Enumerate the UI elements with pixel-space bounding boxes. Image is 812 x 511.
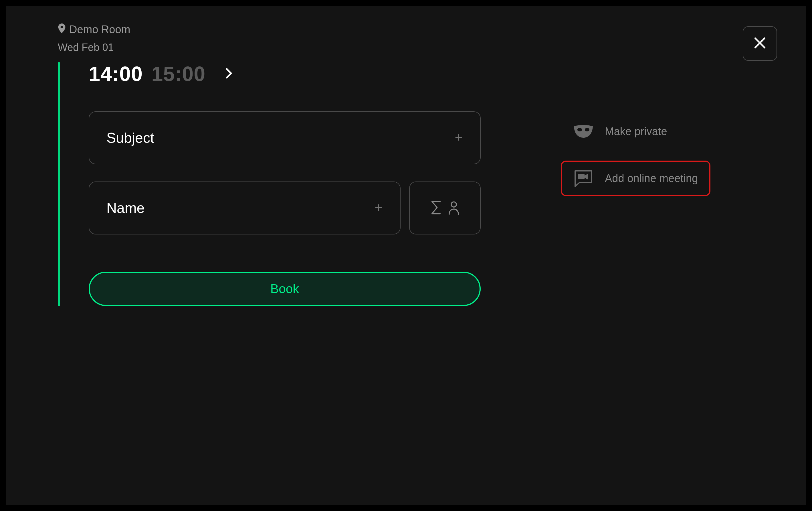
person-icon [447, 200, 460, 217]
subject-placeholder: Subject [107, 130, 154, 146]
time-row: 14:00 15:00 [89, 62, 481, 86]
booking-panel: Demo Room Wed Feb 01 14:00 15:00 [6, 6, 806, 505]
booking-date: Wed Feb 01 [58, 41, 754, 54]
location-pin-icon [58, 24, 66, 36]
plus-icon [374, 203, 383, 213]
room-line: Demo Room [58, 24, 754, 36]
book-button[interactable]: Book [89, 272, 481, 306]
book-button-label: Book [270, 282, 299, 296]
room-name: Demo Room [69, 24, 130, 36]
sigma-icon [430, 200, 442, 217]
time-end[interactable]: 15:00 [151, 62, 205, 86]
mask-icon [573, 123, 593, 140]
accent-bar [58, 62, 60, 306]
close-icon [753, 36, 767, 51]
name-input[interactable]: Name [89, 181, 401, 234]
make-private-label: Make private [605, 125, 667, 138]
subject-input[interactable]: Subject [89, 111, 481, 164]
chevron-right-icon [226, 75, 232, 80]
right-column: Make private Add online meeting [561, 62, 710, 306]
add-online-meeting-option[interactable]: Add online meeting [561, 161, 710, 196]
close-button[interactable] [743, 26, 777, 61]
add-online-meeting-label: Add online meeting [605, 172, 698, 184]
video-chat-icon [573, 170, 593, 187]
attendees-button[interactable] [409, 181, 481, 234]
name-placeholder: Name [107, 200, 144, 217]
form-column: 14:00 15:00 Subject [89, 62, 481, 306]
make-private-option[interactable]: Make private [561, 114, 710, 149]
content-row: 14:00 15:00 Subject [58, 62, 754, 306]
plus-icon [454, 133, 463, 143]
time-start[interactable]: 14:00 [89, 62, 143, 86]
svg-rect-7 [578, 174, 584, 179]
left-column: 14:00 15:00 Subject [58, 62, 481, 306]
time-next-button[interactable] [226, 68, 232, 80]
svg-point-6 [451, 202, 456, 207]
name-row: Name [89, 181, 481, 252]
header: Demo Room Wed Feb 01 [58, 24, 754, 54]
